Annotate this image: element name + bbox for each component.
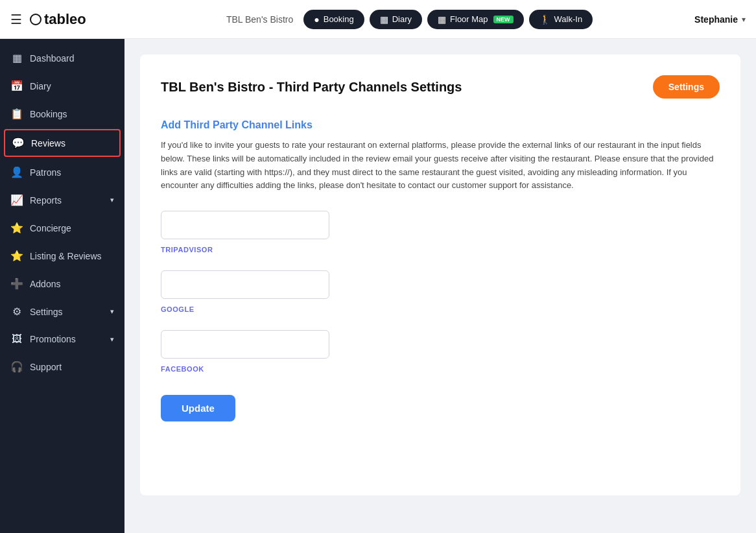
settings-button[interactable]: Settings	[653, 75, 720, 99]
floormap-label: Floor Map	[450, 14, 488, 24]
section-title-link: Third Party Channel Links	[184, 119, 313, 130]
sidebar-item-concierge[interactable]: ⭐ Concierge	[0, 214, 124, 242]
floormap-button[interactable]: ▦ Floor Map NEW	[427, 10, 524, 29]
google-input[interactable]	[161, 270, 329, 299]
sidebar-item-settings[interactable]: ⚙ Settings ▾	[0, 298, 124, 326]
dashboard-icon: ▦	[10, 52, 23, 64]
sidebar-item-label: Bookings	[30, 109, 67, 119]
chevron-down-icon: ▾	[110, 307, 114, 316]
sidebar-item-label: Settings	[30, 307, 63, 317]
sidebar-item-label: Reviews	[31, 138, 65, 148]
chevron-down-icon[interactable]: ▾	[742, 15, 746, 24]
tripadvisor-field-group: TRIPADVISOR	[161, 211, 720, 255]
support-icon: 🎧	[10, 361, 23, 373]
sidebar-item-label: Reports	[30, 195, 62, 206]
page-title: TBL Ben's Bistro - Third Party Channels …	[161, 80, 462, 95]
sidebar-item-label: Promotions	[30, 334, 76, 344]
sidebar-item-reviews[interactable]: 💬 Reviews	[4, 129, 121, 157]
walkin-button[interactable]: 🚶 Walk-In	[529, 10, 593, 29]
booking-icon: ●	[314, 14, 319, 25]
topnav-left: ☰ tableo	[10, 11, 135, 28]
listing-icon: ⭐	[10, 250, 23, 262]
hamburger-icon[interactable]: ☰	[10, 12, 22, 27]
sidebar-item-label: Concierge	[30, 223, 71, 233]
sidebar-item-label: Addons	[30, 279, 60, 289]
walkin-icon: 🚶	[539, 14, 550, 25]
facebook-field-group: FACEBOOK	[161, 330, 720, 374]
sidebar-item-label: Patrons	[30, 167, 61, 178]
sidebar-item-addons[interactable]: ➕ Addons	[0, 270, 124, 298]
patrons-icon: 👤	[10, 166, 23, 178]
sidebar-item-patrons[interactable]: 👤 Patrons	[0, 158, 124, 186]
sidebar-item-label: Support	[30, 362, 62, 372]
content-card: TBL Ben's Bistro - Third Party Channels …	[140, 54, 740, 495]
google-field-group: GOOGLE	[161, 270, 720, 314]
promotions-icon: 🖼	[10, 333, 23, 345]
reports-icon: 📈	[10, 194, 23, 206]
sidebar-item-listing-reviews[interactable]: ⭐ Listing & Reviews	[0, 242, 124, 270]
sidebar-item-label: Listing & Reviews	[30, 251, 102, 261]
sidebar-item-label: Dashboard	[30, 53, 75, 64]
user-name: Stephanie	[694, 14, 738, 25]
sidebar-item-reports[interactable]: 📈 Reports ▾	[0, 186, 124, 214]
description-text: If you'd like to invite your guests to r…	[161, 139, 720, 193]
booking-label: Booking	[324, 14, 354, 24]
diary-icon: ▦	[380, 14, 388, 25]
sidebar: ▦ Dashboard 📅 Diary 📋 Bookings 💬 Reviews…	[0, 39, 124, 533]
main-content: TBL Ben's Bistro - Third Party Channels …	[124, 39, 756, 533]
logo-circle-icon	[30, 14, 41, 25]
sidebar-item-diary[interactable]: 📅 Diary	[0, 72, 124, 100]
tripadvisor-input[interactable]	[161, 211, 329, 239]
booking-button[interactable]: ● Booking	[303, 10, 364, 29]
restaurant-name: TBL Ben's Bistro	[226, 14, 293, 25]
addons-icon: ➕	[10, 278, 23, 290]
facebook-label: FACEBOOK	[161, 365, 204, 373]
settings-icon: ⚙	[10, 305, 23, 318]
bookings-icon: 📋	[10, 108, 23, 120]
concierge-icon: ⭐	[10, 222, 23, 234]
diary-label: Diary	[392, 14, 412, 24]
walkin-label: Walk-In	[554, 14, 583, 24]
sidebar-item-label: Diary	[30, 81, 51, 91]
diary-sidebar-icon: 📅	[10, 80, 23, 92]
topnav-center: TBL Ben's Bistro ● Booking ▦ Diary ▦ Flo…	[135, 10, 684, 29]
chevron-down-icon: ▾	[110, 335, 114, 344]
facebook-input[interactable]	[161, 330, 329, 359]
diary-button[interactable]: ▦ Diary	[370, 10, 422, 29]
section-header: Add Third Party Channel Links If you'd l…	[161, 119, 720, 193]
google-label: GOOGLE	[161, 305, 195, 313]
sidebar-item-promotions[interactable]: 🖼 Promotions ▾	[0, 326, 124, 353]
topnav: ☰ tableo TBL Ben's Bistro ● Booking ▦ Di…	[0, 0, 756, 39]
new-badge: NEW	[493, 16, 514, 23]
sidebar-item-bookings[interactable]: 📋 Bookings	[0, 100, 124, 128]
reviews-icon: 💬	[12, 137, 25, 149]
tripadvisor-label: TRIPADVISOR	[161, 246, 213, 254]
topnav-right: Stephanie ▾	[694, 14, 746, 25]
section-title: Add Third Party Channel Links	[161, 119, 720, 131]
sidebar-item-support[interactable]: 🎧 Support	[0, 353, 124, 381]
chevron-down-icon: ▾	[110, 196, 114, 204]
update-button[interactable]: Update	[161, 395, 235, 421]
logo: tableo	[30, 11, 86, 28]
floormap-icon: ▦	[438, 14, 446, 25]
sidebar-item-dashboard[interactable]: ▦ Dashboard	[0, 44, 124, 72]
section-title-plain: Add	[161, 119, 184, 130]
card-header: TBL Ben's Bistro - Third Party Channels …	[161, 75, 720, 99]
